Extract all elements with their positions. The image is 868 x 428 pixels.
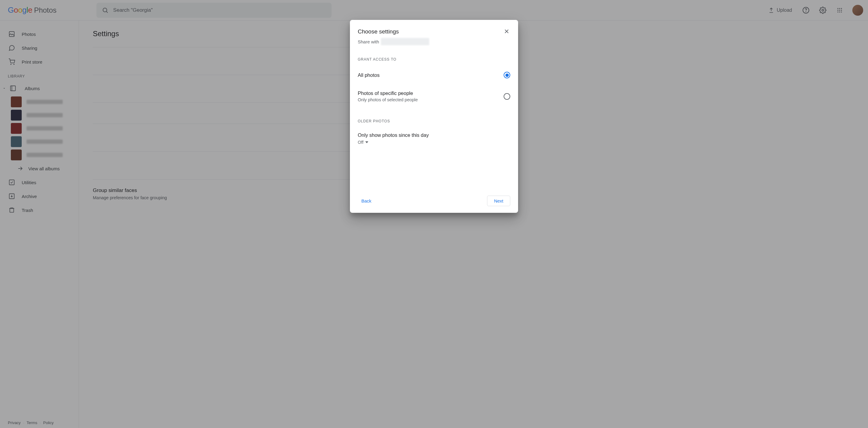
option-title: Photos of specific people — [358, 90, 418, 96]
share-with-prefix: Share with — [358, 39, 379, 44]
close-button[interactable] — [502, 27, 512, 36]
dialog-subtitle: Share with — [358, 38, 510, 45]
older-photos-label: Older photos — [358, 119, 510, 123]
share-with-name-redacted — [381, 38, 429, 45]
option-title: All photos — [358, 72, 379, 78]
back-button[interactable]: Back — [358, 196, 375, 206]
dialog-actions: Back Next — [358, 195, 510, 206]
choose-settings-dialog: Choose settings Share with Grant access … — [350, 20, 518, 213]
option-subtitle: Only photos of selected people — [358, 97, 418, 102]
older-value-text: Off — [358, 140, 364, 145]
older-title: Only show photos since this day — [358, 132, 510, 138]
radio-input[interactable] — [504, 93, 510, 100]
option-specific-people[interactable]: Photos of specific people Only photos of… — [358, 90, 510, 102]
next-button[interactable]: Next — [487, 195, 510, 206]
close-icon — [503, 28, 510, 35]
older-photos-row: Only show photos since this day Off — [358, 132, 510, 145]
older-dropdown[interactable]: Off — [358, 140, 510, 145]
option-all-photos[interactable]: All photos — [358, 72, 510, 79]
modal-scrim[interactable]: Choose settings Share with Grant access … — [0, 0, 868, 428]
grant-access-label: Grant access to — [358, 57, 510, 61]
dropdown-triangle-icon — [365, 141, 368, 143]
dialog-title: Choose settings — [358, 28, 510, 35]
radio-input[interactable] — [504, 72, 510, 79]
